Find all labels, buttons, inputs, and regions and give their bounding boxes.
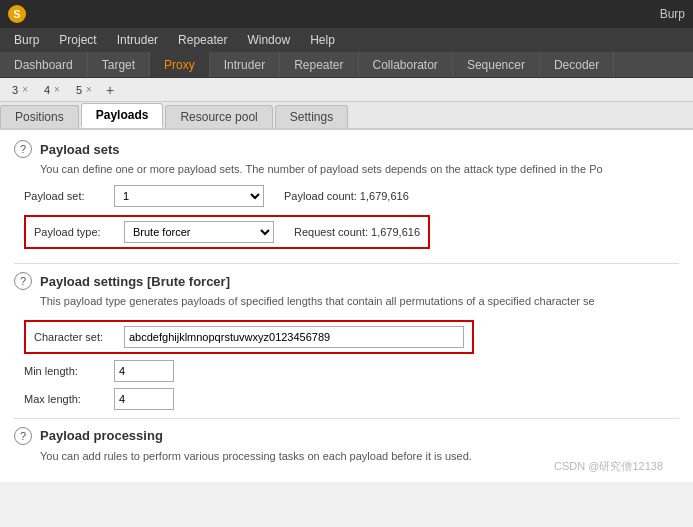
min-length-label: Min length:	[24, 365, 114, 377]
nav-tab-dashboard[interactable]: Dashboard	[0, 52, 88, 77]
nav-tab-intruder[interactable]: Intruder	[210, 52, 280, 77]
menu-window[interactable]: Window	[237, 28, 300, 52]
sub-tab-3[interactable]: 3 ×	[4, 78, 36, 101]
menu-project[interactable]: Project	[49, 28, 106, 52]
payload-sets-section: ? Payload sets You can define one or mor…	[14, 140, 679, 255]
tab-payloads[interactable]: Payloads	[81, 103, 164, 128]
nav-tab-proxy[interactable]: Proxy	[150, 52, 210, 77]
payload-sets-title: Payload sets	[40, 142, 120, 157]
character-set-label: Character set:	[34, 331, 124, 343]
payload-count-label: Payload count: 1,679,616	[284, 190, 409, 202]
menu-repeater[interactable]: Repeater	[168, 28, 237, 52]
sub-tabs-row: 3 × 4 × 5 × +	[0, 78, 693, 102]
title-bar: S Burp	[0, 0, 693, 28]
menu-bar: Burp Project Intruder Repeater Window He…	[0, 28, 693, 52]
payload-processing-title: Payload processing	[40, 428, 163, 443]
payload-set-select[interactable]: 1	[114, 185, 264, 207]
nav-tab-decoder[interactable]: Decoder	[540, 52, 614, 77]
tab-positions[interactable]: Positions	[0, 105, 79, 128]
payload-settings-section: ? Payload settings [Brute forcer] This p…	[14, 272, 679, 409]
close-tab-3[interactable]: ×	[22, 84, 28, 95]
nav-tab-target[interactable]: Target	[88, 52, 150, 77]
nav-tab-collaborator[interactable]: Collaborator	[359, 52, 453, 77]
max-length-label: Max length:	[24, 393, 114, 405]
content-tabs: Positions Payloads Resource pool Setting…	[0, 102, 693, 130]
payload-sets-help-icon[interactable]: ?	[14, 140, 32, 158]
character-set-input[interactable]	[124, 326, 464, 348]
min-length-input[interactable]	[114, 360, 174, 382]
payload-sets-desc: You can define one or more payload sets.…	[14, 162, 679, 177]
payload-settings-help-icon[interactable]: ?	[14, 272, 32, 290]
payload-type-label: Payload type:	[34, 226, 124, 238]
max-length-input[interactable]	[114, 388, 174, 410]
close-tab-4[interactable]: ×	[54, 84, 60, 95]
watermark: CSDN @研究僧12138	[554, 459, 663, 474]
sub-tab-4[interactable]: 4 ×	[36, 78, 68, 101]
app-logo: S	[8, 5, 26, 23]
tab-resource-pool[interactable]: Resource pool	[165, 105, 272, 128]
menu-help[interactable]: Help	[300, 28, 345, 52]
nav-tab-sequencer[interactable]: Sequencer	[453, 52, 540, 77]
tab-settings[interactable]: Settings	[275, 105, 348, 128]
payload-settings-desc: This payload type generates payloads of …	[14, 294, 679, 309]
main-content: ? Payload sets You can define one or mor…	[0, 130, 693, 482]
request-count-label: Request count: 1,679,616	[294, 226, 420, 238]
nav-tabs: Dashboard Target Proxy Intruder Repeater…	[0, 52, 693, 78]
payload-processing-help-icon[interactable]: ?	[14, 427, 32, 445]
payload-settings-title: Payload settings [Brute forcer]	[40, 274, 230, 289]
close-tab-5[interactable]: ×	[86, 84, 92, 95]
app-name: Burp	[660, 7, 685, 21]
sub-tab-5[interactable]: 5 ×	[68, 78, 100, 101]
menu-burp[interactable]: Burp	[4, 28, 49, 52]
nav-tab-repeater[interactable]: Repeater	[280, 52, 358, 77]
add-tab-button[interactable]: +	[100, 82, 120, 98]
menu-intruder[interactable]: Intruder	[107, 28, 168, 52]
payload-type-select[interactable]: Brute forcer Simple list Numbers	[124, 221, 274, 243]
payload-set-label: Payload set:	[24, 190, 114, 202]
